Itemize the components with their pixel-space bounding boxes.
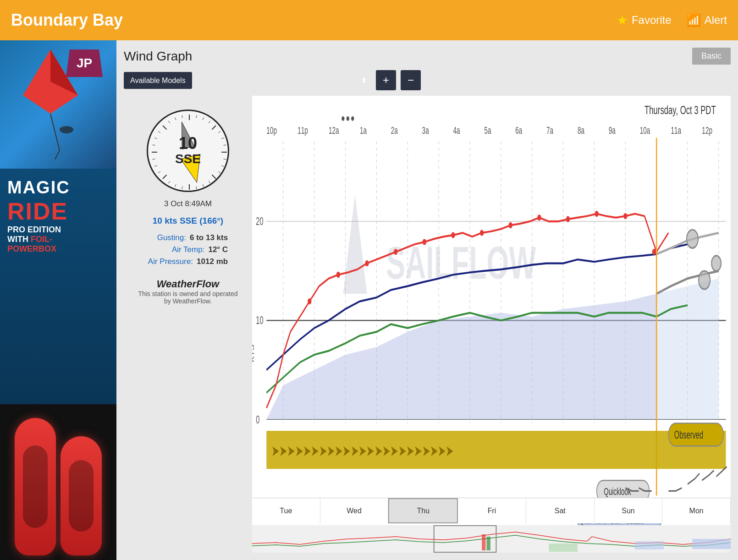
svg-text:7a: 7a [546, 125, 554, 136]
content-area: Wind Graph Basic Available Models + − [116, 40, 738, 560]
svg-point-85 [595, 211, 599, 217]
svg-point-87 [652, 249, 656, 255]
air-temp-label: Air Temp: [172, 245, 205, 254]
zoom-in-button[interactable]: + [376, 70, 396, 90]
svg-text:10a: 10a [640, 125, 650, 136]
svg-text:3a: 3a [422, 125, 430, 136]
wind-datetime: 3 Oct 8:49AM [164, 199, 212, 209]
chart-container[interactable]: Thursday, Oct 3 PDT 10p 11p 12a 1a 2a 3a… [252, 96, 731, 553]
compass-center-text: 10 SSE [175, 135, 201, 166]
svg-text:6a: 6a [515, 125, 523, 136]
svg-text:1a: 1a [360, 125, 367, 136]
svg-text:5a: 5a [484, 125, 491, 136]
model-select[interactable]: Available Models [124, 72, 192, 89]
svg-point-82 [509, 222, 512, 228]
alert-button[interactable]: 📶 Alert [686, 13, 727, 27]
mini-chart[interactable] [252, 525, 731, 553]
svg-text:12p: 12p [702, 125, 712, 136]
gusting-value: 6 to 13 kts [190, 233, 228, 242]
with-foil-text: WITH FOIL- [7, 235, 109, 244]
svg-text:11a: 11a [671, 125, 682, 136]
svg-point-79 [423, 239, 426, 245]
svg-rect-91 [487, 537, 490, 550]
air-pressure-label: Air Pressure: [148, 257, 193, 266]
ad-top-section: JP [0, 40, 116, 169]
powerbox-text: POWERBOX [7, 244, 56, 253]
board-section [0, 404, 116, 560]
kite-illustration [0, 40, 101, 159]
svg-text:4a: 4a [453, 125, 460, 136]
svg-text:20: 20 [256, 215, 263, 227]
zoom-out-button[interactable]: − [401, 70, 421, 90]
weatherflow-brand: WeatherFlow This station is owned and op… [138, 278, 238, 305]
gusting-row: Gusting: 6 to 13 kts [157, 233, 228, 242]
ad-text-section: MAGIC RIDE PRO EDITION WITH FOIL- POWERB… [0, 169, 116, 404]
ride-text: RIDE [7, 198, 109, 225]
mini-nav: TueWedThuFriSatSunMon [252, 498, 731, 553]
gray-circle-3 [711, 256, 721, 271]
page-title: Boundary Bay [11, 11, 123, 30]
mini-chart-svg [252, 525, 731, 553]
svg-text:9a: 9a [609, 125, 616, 136]
svg-text:10: 10 [256, 314, 263, 326]
svg-text:11p: 11p [297, 125, 308, 136]
day-label-tue[interactable]: Tue [252, 498, 320, 523]
wind-chart-svg: Thursday, Oct 3 PDT 10p 11p 12a 1a 2a 3a… [252, 96, 731, 553]
compass-dir: SSE [175, 152, 201, 166]
svg-text:➤➤➤➤➤➤➤➤➤➤➤➤➤➤➤➤➤➤➤➤➤➤➤: ➤➤➤➤➤➤➤➤➤➤➤➤➤➤➤➤➤➤➤➤➤➤➤ [271, 442, 454, 459]
date-label: Thursday, Oct 3 PDT [644, 103, 716, 117]
model-select-wrapper: Available Models [124, 72, 371, 89]
board-shape-2 [61, 436, 102, 555]
menu-dot-2 [347, 116, 349, 121]
quicklook-label: Quicklook [604, 486, 631, 497]
wind-data-table: Gusting: 6 to 13 kts Air Temp: 12° C Air… [148, 233, 228, 266]
board-shape-1 [15, 418, 56, 555]
day-label-thu[interactable]: Thu [388, 498, 458, 523]
menu-dot-1 [341, 116, 344, 121]
sidebar-ad: JP MAGIC RIDE PRO [0, 40, 116, 560]
svg-point-77 [365, 260, 369, 266]
chart-main-area: // This will be rendered via JS below [124, 96, 731, 553]
ad-image: JP MAGIC RIDE PRO [0, 40, 116, 560]
gusting-label: Gusting: [157, 233, 186, 242]
wind-graph-header: Wind Graph Basic [124, 48, 731, 65]
svg-rect-90 [482, 534, 485, 550]
day-label-sat[interactable]: Sat [526, 498, 595, 523]
day-label-fri[interactable]: Fri [458, 498, 526, 523]
svg-point-78 [394, 249, 397, 255]
svg-text:2a: 2a [391, 125, 398, 136]
header-actions: ★ Favorite 📶 Alert [617, 13, 727, 28]
svg-rect-94 [635, 541, 664, 549]
compass-number: 10 [179, 135, 197, 152]
svg-point-76 [336, 272, 340, 278]
header: Boundary Bay ★ Favorite 📶 Alert [0, 0, 738, 40]
svg-text:KTS: KTS [252, 345, 255, 362]
favorite-button[interactable]: ★ Favorite [617, 13, 672, 28]
svg-point-5 [60, 126, 73, 133]
pro-text: PRO EDITION [7, 225, 109, 235]
time-axis: 10p 11p 12a 1a 2a 3a 4a 5a 6a 7a 8a 9a 1… [266, 125, 712, 136]
air-pressure-row: Air Pressure: 1012 mb [148, 257, 228, 266]
air-pressure-value: 1012 mb [197, 257, 228, 266]
weatherflow-desc: This station is owned and operated by We… [138, 290, 238, 305]
svg-text:12a: 12a [329, 125, 339, 136]
compass: // This will be rendered via JS below [147, 110, 229, 192]
gray-circle-2 [699, 271, 710, 289]
svg-point-81 [480, 230, 484, 236]
main-layout: JP MAGIC RIDE PRO [0, 40, 738, 560]
wifi-icon: 📶 [686, 13, 701, 27]
svg-point-86 [623, 213, 627, 219]
svg-text:8a: 8a [578, 125, 585, 136]
day-label-sun[interactable]: Sun [595, 498, 663, 523]
basic-button[interactable]: Basic [692, 48, 731, 65]
svg-text:10p: 10p [266, 125, 277, 136]
magic-text: MAGIC [7, 178, 109, 198]
svg-point-80 [451, 232, 455, 238]
fill-area-right [656, 279, 719, 419]
favorite-label: Favorite [632, 14, 672, 27]
alert-label: Alert [705, 14, 727, 27]
wind-barbs: ➤➤➤➤➤➤➤➤➤➤➤➤➤➤➤➤➤➤➤➤➤➤➤ [271, 442, 454, 459]
day-label-mon[interactable]: Mon [662, 498, 731, 523]
weatherflow-logo: WeatherFlow [138, 278, 238, 290]
day-label-wed[interactable]: Wed [320, 498, 389, 523]
